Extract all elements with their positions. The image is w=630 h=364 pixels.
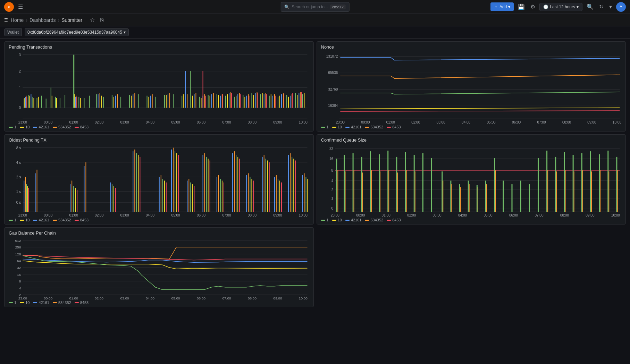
- legend-item-42161: 42161: [33, 125, 49, 129]
- svg-rect-297: [344, 155, 345, 212]
- variable-bar: Wallet 0xd8da6bf26964af9d7eed9e03e53415d…: [0, 26, 630, 39]
- svg-text:09:00: 09:00: [273, 120, 282, 124]
- svg-rect-111: [299, 93, 299, 108]
- legend-dot: [53, 220, 57, 221]
- svg-rect-83: [253, 95, 254, 108]
- svg-rect-245: [192, 184, 193, 212]
- svg-rect-118: [169, 93, 170, 108]
- svg-text:00:00: 00:00: [44, 296, 53, 300]
- legend-dot-534352: [53, 127, 57, 128]
- svg-rect-340: [451, 184, 452, 212]
- star-button[interactable]: ☆: [89, 15, 96, 25]
- svg-rect-346: [547, 170, 548, 212]
- wallet-var-value[interactable]: 0xd8da6bf26964af9d7eed9e03e53415d37aa960…: [25, 28, 129, 36]
- oldest-pending-title: Oldest Pending TX: [9, 137, 309, 143]
- svg-rect-307: [431, 158, 432, 212]
- svg-rect-319: [537, 158, 538, 212]
- svg-rect-44: [156, 97, 156, 108]
- legend-dot: [9, 302, 13, 303]
- svg-rect-315: [503, 181, 504, 212]
- svg-rect-200: [203, 155, 203, 212]
- breadcrumb-dashboards[interactable]: Dashboards: [30, 17, 56, 23]
- svg-text:05:00: 05:00: [484, 213, 492, 217]
- avatar[interactable]: A: [616, 2, 626, 12]
- svg-rect-122: [213, 93, 214, 108]
- refresh-interval-btn[interactable]: ▾: [608, 2, 613, 11]
- svg-rect-254: [28, 188, 29, 212]
- navbar: ☰ Home › Dashboards › Submitter ☆ ⎘: [0, 14, 630, 26]
- svg-text:05:00: 05:00: [171, 296, 180, 300]
- svg-rect-232: [220, 179, 221, 212]
- svg-rect-40: [120, 97, 121, 108]
- svg-rect-145: [292, 93, 293, 108]
- svg-rect-324: [581, 153, 582, 212]
- svg-rect-105: [246, 96, 247, 108]
- settings-icon-btn[interactable]: ⚙: [529, 2, 537, 11]
- svg-rect-334: [380, 171, 380, 212]
- svg-text:16384: 16384: [328, 104, 338, 108]
- svg-rect-330: [345, 171, 345, 212]
- svg-text:07:00: 07:00: [222, 120, 231, 124]
- svg-rect-64: [33, 98, 34, 108]
- svg-text:16: 16: [17, 273, 21, 277]
- nonce-legend-534352: 534352: [365, 125, 383, 129]
- svg-rect-137: [222, 94, 223, 108]
- svg-rect-60: [295, 93, 296, 108]
- confirmed-queue-panel: Confirmed Queue Size 32 16 8 4 2 1 0 23:…: [317, 134, 626, 225]
- svg-text:65536: 65536: [328, 71, 338, 75]
- time-chevron: ▾: [577, 5, 579, 9]
- svg-rect-194: [84, 166, 84, 212]
- svg-rect-88: [297, 95, 297, 108]
- svg-rect-96: [150, 96, 151, 108]
- pending-transactions-panel: Pending Transactions 3 2 1 0 23:00 00:00…: [4, 41, 314, 132]
- svg-rect-263: [239, 159, 240, 212]
- hamburger-icon[interactable]: ☰: [4, 18, 8, 23]
- svg-rect-325: [590, 151, 591, 212]
- breadcrumb-sep-2: ›: [58, 17, 60, 23]
- breadcrumb-current: Submitter: [61, 17, 82, 23]
- svg-rect-84: [262, 93, 263, 108]
- legend-label-534352: 534352: [58, 125, 71, 129]
- oldest-pending-legend: 1 10 42161 534352 8453: [9, 218, 309, 222]
- svg-rect-87: [288, 97, 289, 108]
- svg-rect-350: [582, 170, 583, 212]
- svg-rect-351: [591, 171, 591, 212]
- breadcrumb-home[interactable]: Home: [11, 17, 24, 23]
- refresh-btn[interactable]: ↻: [598, 2, 605, 11]
- zoom-out-btn[interactable]: 🔍: [585, 2, 595, 11]
- legend-dot-8453: [75, 127, 79, 128]
- svg-text:23:00: 23:00: [18, 213, 27, 217]
- legend-dot: [387, 220, 391, 221]
- svg-text:8: 8: [19, 279, 21, 283]
- svg-text:512: 512: [15, 239, 21, 243]
- svg-text:23:00: 23:00: [18, 296, 27, 300]
- svg-rect-255: [77, 190, 77, 212]
- svg-rect-338: [414, 171, 415, 212]
- search-icon: 🔍: [284, 5, 289, 9]
- svg-rect-303: [396, 157, 397, 212]
- menu-button[interactable]: ☰: [17, 2, 24, 11]
- svg-rect-329: [337, 170, 338, 212]
- svg-rect-251: [279, 181, 280, 212]
- svg-text:07:00: 07:00: [222, 296, 231, 300]
- svg-rect-233: [236, 155, 236, 212]
- svg-rect-253: [307, 179, 308, 212]
- add-button[interactable]: ＋ Add ▾: [490, 2, 514, 11]
- svg-rect-248: [237, 157, 238, 212]
- svg-rect-115: [117, 94, 118, 108]
- share-button[interactable]: ⎘: [99, 16, 105, 25]
- svg-rect-337: [406, 170, 406, 212]
- svg-rect-316: [511, 184, 512, 212]
- svg-rect-204: [262, 157, 263, 212]
- legend-dot: [9, 220, 13, 221]
- svg-rect-258: [166, 183, 167, 212]
- time-range-button[interactable]: 🕐 Last 12 hours ▾: [539, 3, 582, 11]
- svg-rect-250: [267, 160, 268, 212]
- save-icon-btn[interactable]: 💾: [516, 2, 526, 11]
- svg-text:03:00: 03:00: [120, 213, 129, 217]
- nonce-panel: Nonce 131072 65536 32768 16384 23:00 00:…: [317, 41, 626, 132]
- search-bar[interactable]: 🔍 Search or jump to... cmd+k: [280, 2, 349, 12]
- legend-dot: [365, 220, 369, 221]
- svg-text:03:00: 03:00: [436, 120, 445, 124]
- svg-text:02:00: 02:00: [407, 213, 416, 217]
